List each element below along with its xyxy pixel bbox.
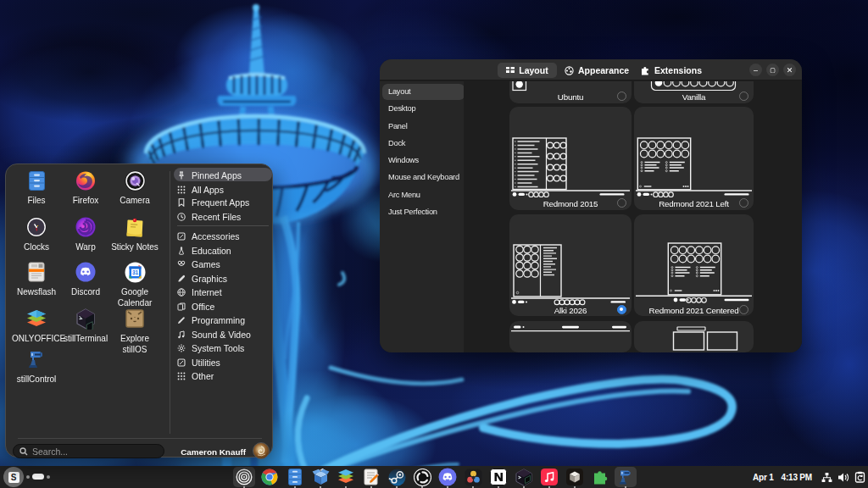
svg-text:31: 31	[131, 269, 138, 275]
